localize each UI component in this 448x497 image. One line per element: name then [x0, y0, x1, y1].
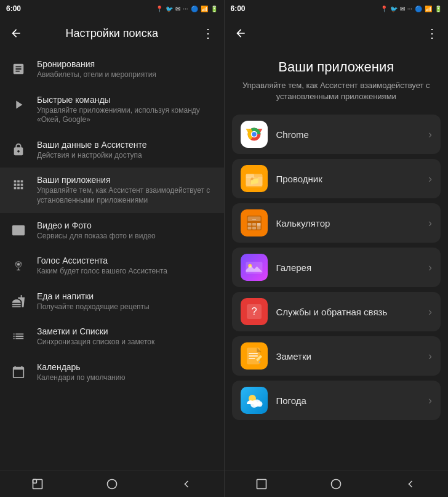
svg-point-2: [17, 263, 20, 265]
food-subtitle: Получайте подходящие рецепты: [37, 302, 150, 312]
weather-chevron-icon: ›: [428, 394, 432, 407]
video-title: Видео и Фото: [37, 220, 156, 230]
svg-rect-6: [33, 479, 42, 488]
svg-text:---: ---: [252, 217, 256, 221]
calc-app-name: Калькулятор: [276, 218, 420, 228]
menu-item-data[interactable]: Ваши данные в Ассистенте Действия и наст…: [0, 132, 224, 168]
mail-icon: ✉: [175, 6, 180, 12]
notes-app-icon: [241, 342, 268, 370]
svg-point-40: [257, 402, 262, 407]
app-item-calc[interactable]: --- Калькулятор ›: [232, 203, 441, 243]
right-location-icon: 📍: [380, 6, 388, 12]
svg-point-7: [107, 479, 116, 488]
apps-text: Ваши приложения Управляйте тем, как Асси…: [37, 175, 214, 205]
svg-text:📁: 📁: [249, 176, 259, 186]
feedback-chevron-icon: ›: [428, 305, 432, 318]
left-status-bar: 6:00 📍 🐦 ✉ ··· 🔵 📶 🔋: [0, 0, 224, 17]
left-status-icons: 📍 🐦 ✉ ··· 🔵 📶 🔋: [156, 6, 217, 12]
files-app-icon: 📁: [241, 165, 268, 192]
bookings-text: Бронирования Авиабилеты, отели и меропри…: [37, 59, 156, 80]
right-more-icon: ···: [407, 6, 412, 12]
right-mail-icon: ✉: [400, 6, 405, 12]
svg-point-39: [250, 400, 258, 408]
calendar-text: Календарь Календари по умолчанию: [37, 362, 125, 383]
left-nav-back-button[interactable]: [173, 471, 200, 498]
svg-rect-35: [249, 358, 255, 359]
calendar-subtitle: Календари по умолчанию: [37, 373, 125, 383]
weather-app-name: Погода: [276, 395, 420, 406]
calendar-icon: [10, 363, 27, 381]
bookings-title: Бронирования: [37, 59, 156, 69]
menu-item-apps[interactable]: Ваши приложения Управляйте тем, как Асси…: [0, 168, 224, 212]
menu-item-voice[interactable]: Голос Ассистента Каким будет голос вашег…: [0, 248, 224, 284]
bluetooth-icon: 🔵: [191, 6, 198, 12]
video-text: Видео и Фото Сервисы для показа фото и в…: [37, 220, 156, 241]
left-top-bar: Настройки поиска ⋮: [0, 17, 224, 49]
right-nav-recent-button[interactable]: [248, 471, 275, 498]
data-text: Ваши данные в Ассистенте Действия и наст…: [37, 140, 147, 161]
chrome-app-name: Chrome: [276, 129, 420, 140]
voice-subtitle: Каким будет голос вашего Ассистента: [37, 267, 167, 277]
menu-item-video[interactable]: Видео и Фото Сервисы для показа фото и в…: [0, 213, 224, 249]
left-nav-home-button[interactable]: [98, 471, 126, 498]
app-item-chrome[interactable]: Chrome ›: [232, 115, 441, 154]
notes-app-name-label: Заметки: [276, 351, 420, 362]
notes-text: Заметки и Списки Синхронизация списков и…: [37, 326, 154, 347]
menu-item-notes[interactable]: Заметки и Списки Синхронизация списков и…: [0, 319, 224, 355]
food-icon: [10, 293, 27, 310]
right-top-bar: ⋮: [225, 17, 449, 49]
menu-item-food[interactable]: Еда и напитки Получайте подходящие рецеп…: [0, 284, 224, 320]
feedback-app-icon: ?: [241, 298, 268, 325]
video-icon: [10, 222, 27, 239]
feedback-icon-svg: ?: [243, 301, 265, 323]
app-item-weather[interactable]: Погода ›: [232, 381, 441, 420]
svg-rect-22: [252, 223, 256, 226]
app-item-feedback[interactable]: ? Службы и обратная связь ›: [232, 292, 441, 331]
menu-item-bookings[interactable]: Бронирования Авиабилеты, отели и меропри…: [0, 52, 224, 87]
bookings-subtitle: Авиабилеты, отели и мероприятия: [37, 70, 156, 80]
right-twitter-icon: 🐦: [390, 6, 398, 12]
app-item-notes-app[interactable]: Заметки ›: [232, 336, 441, 376]
left-more-button[interactable]: ⋮: [197, 22, 219, 44]
svg-point-4: [20, 262, 22, 265]
svg-text:?: ?: [251, 305, 257, 317]
app-item-files[interactable]: 📁 Проводник ›: [232, 159, 441, 198]
menu-item-shortcuts[interactable]: Быстрые команды Управляйте приложениями,…: [0, 87, 224, 132]
right-more-button[interactable]: ⋮: [421, 22, 443, 44]
data-title: Ваши данные в Ассистенте: [37, 140, 147, 150]
voice-text: Голос Ассистента Каким будет голос вашег…: [37, 256, 167, 277]
shortcuts-text: Быстрые команды Управляйте приложениями,…: [37, 95, 214, 125]
shortcuts-icon: [10, 96, 27, 113]
food-title: Еда и напитки: [37, 291, 150, 301]
apps-icon: [10, 176, 27, 193]
right-status-bar: 6:00 📍 🐦 ✉ ··· 🔵 📶 🔋: [225, 0, 449, 17]
chrome-icon-svg: [243, 123, 265, 145]
right-panel: 6:00 📍 🐦 ✉ ··· 🔵 📶 🔋 ⋮ Ваши приложения У…: [225, 0, 449, 497]
menu-item-calendar[interactable]: Календарь Календари по умолчанию: [0, 355, 224, 390]
calc-chevron-icon: ›: [428, 217, 432, 230]
files-chevron-icon: ›: [428, 172, 432, 185]
location-icon: 📍: [156, 6, 163, 12]
svg-rect-33: [249, 354, 258, 355]
left-time: 6:00: [6, 4, 21, 13]
video-subtitle: Сервисы для показа фото и видео: [37, 232, 156, 241]
right-nav-back-button[interactable]: [397, 471, 424, 498]
food-text: Еда и напитки Получайте подходящие рецеп…: [37, 291, 150, 312]
right-back-button[interactable]: [230, 22, 252, 44]
right-header-title: Ваши приложения: [239, 59, 434, 75]
calendar-title: Календарь: [37, 362, 125, 372]
voice-title: Голос Ассистента: [37, 256, 167, 265]
calc-icon-svg: ---: [243, 212, 265, 234]
left-top-bar-title: Настройки поиска: [32, 27, 192, 40]
app-item-gallery[interactable]: Галерея ›: [232, 248, 441, 287]
right-back-arrow-icon: [234, 27, 247, 39]
svg-rect-24: [247, 227, 251, 230]
twitter-icon: 🐦: [166, 6, 173, 12]
feedback-app-name: Службы и обратная связь: [276, 307, 420, 317]
left-back-button[interactable]: [5, 22, 27, 44]
left-nav-recent-button[interactable]: [24, 471, 51, 498]
chrome-chevron-icon: ›: [428, 128, 432, 141]
right-nav-home-button[interactable]: [322, 471, 350, 498]
svg-rect-26: [257, 223, 260, 230]
apps-title: Ваши приложения: [37, 175, 214, 185]
